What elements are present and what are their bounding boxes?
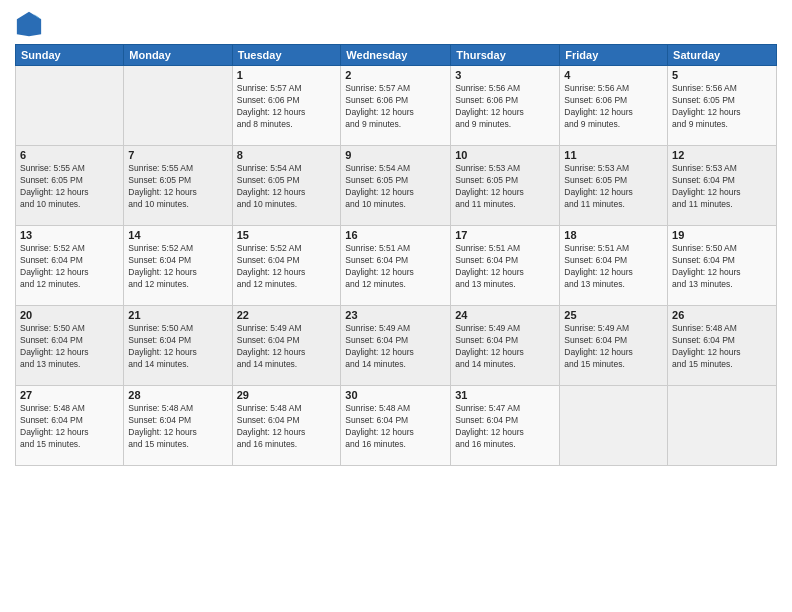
calendar-header: SundayMondayTuesdayWednesdayThursdayFrid…: [16, 45, 777, 66]
calendar-day-cell: 8Sunrise: 5:54 AM Sunset: 6:05 PM Daylig…: [232, 146, 341, 226]
calendar-day-cell: 11Sunrise: 5:53 AM Sunset: 6:05 PM Dayli…: [560, 146, 668, 226]
calendar-day-cell: 29Sunrise: 5:48 AM Sunset: 6:04 PM Dayli…: [232, 386, 341, 466]
calendar-day-cell: 14Sunrise: 5:52 AM Sunset: 6:04 PM Dayli…: [124, 226, 232, 306]
calendar-day-cell: 12Sunrise: 5:53 AM Sunset: 6:04 PM Dayli…: [668, 146, 777, 226]
day-number: 29: [237, 389, 337, 401]
calendar-day-cell: 3Sunrise: 5:56 AM Sunset: 6:06 PM Daylig…: [451, 66, 560, 146]
day-info: Sunrise: 5:51 AM Sunset: 6:04 PM Dayligh…: [345, 243, 446, 291]
weekday-header: Wednesday: [341, 45, 451, 66]
day-info: Sunrise: 5:57 AM Sunset: 6:06 PM Dayligh…: [345, 83, 446, 131]
day-number: 5: [672, 69, 772, 81]
calendar-day-cell: [16, 66, 124, 146]
day-info: Sunrise: 5:50 AM Sunset: 6:04 PM Dayligh…: [128, 323, 227, 371]
day-info: Sunrise: 5:54 AM Sunset: 6:05 PM Dayligh…: [345, 163, 446, 211]
day-number: 7: [128, 149, 227, 161]
day-info: Sunrise: 5:49 AM Sunset: 6:04 PM Dayligh…: [345, 323, 446, 371]
calendar-day-cell: 28Sunrise: 5:48 AM Sunset: 6:04 PM Dayli…: [124, 386, 232, 466]
calendar-day-cell: 5Sunrise: 5:56 AM Sunset: 6:05 PM Daylig…: [668, 66, 777, 146]
calendar-week-row: 20Sunrise: 5:50 AM Sunset: 6:04 PM Dayli…: [16, 306, 777, 386]
day-info: Sunrise: 5:47 AM Sunset: 6:04 PM Dayligh…: [455, 403, 555, 451]
weekday-header: Sunday: [16, 45, 124, 66]
calendar-body: 1Sunrise: 5:57 AM Sunset: 6:06 PM Daylig…: [16, 66, 777, 466]
weekday-header: Monday: [124, 45, 232, 66]
day-number: 14: [128, 229, 227, 241]
day-info: Sunrise: 5:50 AM Sunset: 6:04 PM Dayligh…: [20, 323, 119, 371]
calendar-day-cell: 9Sunrise: 5:54 AM Sunset: 6:05 PM Daylig…: [341, 146, 451, 226]
calendar-day-cell: 19Sunrise: 5:50 AM Sunset: 6:04 PM Dayli…: [668, 226, 777, 306]
calendar-day-cell: 26Sunrise: 5:48 AM Sunset: 6:04 PM Dayli…: [668, 306, 777, 386]
header-row: SundayMondayTuesdayWednesdayThursdayFrid…: [16, 45, 777, 66]
calendar-day-cell: 13Sunrise: 5:52 AM Sunset: 6:04 PM Dayli…: [16, 226, 124, 306]
day-info: Sunrise: 5:51 AM Sunset: 6:04 PM Dayligh…: [564, 243, 663, 291]
calendar-week-row: 27Sunrise: 5:48 AM Sunset: 6:04 PM Dayli…: [16, 386, 777, 466]
day-info: Sunrise: 5:53 AM Sunset: 6:05 PM Dayligh…: [564, 163, 663, 211]
day-number: 31: [455, 389, 555, 401]
day-info: Sunrise: 5:56 AM Sunset: 6:06 PM Dayligh…: [455, 83, 555, 131]
day-info: Sunrise: 5:50 AM Sunset: 6:04 PM Dayligh…: [672, 243, 772, 291]
day-info: Sunrise: 5:49 AM Sunset: 6:04 PM Dayligh…: [455, 323, 555, 371]
day-number: 4: [564, 69, 663, 81]
day-info: Sunrise: 5:48 AM Sunset: 6:04 PM Dayligh…: [128, 403, 227, 451]
calendar-week-row: 6Sunrise: 5:55 AM Sunset: 6:05 PM Daylig…: [16, 146, 777, 226]
calendar-day-cell: 15Sunrise: 5:52 AM Sunset: 6:04 PM Dayli…: [232, 226, 341, 306]
day-info: Sunrise: 5:51 AM Sunset: 6:04 PM Dayligh…: [455, 243, 555, 291]
day-number: 11: [564, 149, 663, 161]
day-info: Sunrise: 5:57 AM Sunset: 6:06 PM Dayligh…: [237, 83, 337, 131]
header: [15, 10, 777, 38]
day-number: 20: [20, 309, 119, 321]
day-info: Sunrise: 5:48 AM Sunset: 6:04 PM Dayligh…: [20, 403, 119, 451]
day-number: 1: [237, 69, 337, 81]
day-number: 12: [672, 149, 772, 161]
calendar-day-cell: 20Sunrise: 5:50 AM Sunset: 6:04 PM Dayli…: [16, 306, 124, 386]
day-number: 21: [128, 309, 227, 321]
calendar-week-row: 13Sunrise: 5:52 AM Sunset: 6:04 PM Dayli…: [16, 226, 777, 306]
day-number: 24: [455, 309, 555, 321]
calendar-day-cell: 22Sunrise: 5:49 AM Sunset: 6:04 PM Dayli…: [232, 306, 341, 386]
day-info: Sunrise: 5:49 AM Sunset: 6:04 PM Dayligh…: [237, 323, 337, 371]
day-info: Sunrise: 5:54 AM Sunset: 6:05 PM Dayligh…: [237, 163, 337, 211]
day-number: 15: [237, 229, 337, 241]
day-info: Sunrise: 5:55 AM Sunset: 6:05 PM Dayligh…: [20, 163, 119, 211]
calendar-day-cell: 31Sunrise: 5:47 AM Sunset: 6:04 PM Dayli…: [451, 386, 560, 466]
calendar-day-cell: 16Sunrise: 5:51 AM Sunset: 6:04 PM Dayli…: [341, 226, 451, 306]
day-info: Sunrise: 5:52 AM Sunset: 6:04 PM Dayligh…: [128, 243, 227, 291]
day-number: 6: [20, 149, 119, 161]
day-number: 30: [345, 389, 446, 401]
calendar-day-cell: 7Sunrise: 5:55 AM Sunset: 6:05 PM Daylig…: [124, 146, 232, 226]
calendar-day-cell: 2Sunrise: 5:57 AM Sunset: 6:06 PM Daylig…: [341, 66, 451, 146]
calendar-day-cell: 25Sunrise: 5:49 AM Sunset: 6:04 PM Dayli…: [560, 306, 668, 386]
day-number: 3: [455, 69, 555, 81]
day-info: Sunrise: 5:53 AM Sunset: 6:04 PM Dayligh…: [672, 163, 772, 211]
day-number: 16: [345, 229, 446, 241]
calendar-day-cell: 6Sunrise: 5:55 AM Sunset: 6:05 PM Daylig…: [16, 146, 124, 226]
day-number: 22: [237, 309, 337, 321]
calendar-day-cell: [668, 386, 777, 466]
day-info: Sunrise: 5:53 AM Sunset: 6:05 PM Dayligh…: [455, 163, 555, 211]
calendar-day-cell: 21Sunrise: 5:50 AM Sunset: 6:04 PM Dayli…: [124, 306, 232, 386]
weekday-header: Saturday: [668, 45, 777, 66]
weekday-header: Thursday: [451, 45, 560, 66]
day-info: Sunrise: 5:48 AM Sunset: 6:04 PM Dayligh…: [672, 323, 772, 371]
day-info: Sunrise: 5:48 AM Sunset: 6:04 PM Dayligh…: [345, 403, 446, 451]
calendar-day-cell: 17Sunrise: 5:51 AM Sunset: 6:04 PM Dayli…: [451, 226, 560, 306]
calendar-week-row: 1Sunrise: 5:57 AM Sunset: 6:06 PM Daylig…: [16, 66, 777, 146]
day-info: Sunrise: 5:55 AM Sunset: 6:05 PM Dayligh…: [128, 163, 227, 211]
weekday-header: Friday: [560, 45, 668, 66]
day-number: 26: [672, 309, 772, 321]
page: SundayMondayTuesdayWednesdayThursdayFrid…: [0, 0, 792, 612]
calendar-day-cell: 27Sunrise: 5:48 AM Sunset: 6:04 PM Dayli…: [16, 386, 124, 466]
day-info: Sunrise: 5:52 AM Sunset: 6:04 PM Dayligh…: [237, 243, 337, 291]
calendar-day-cell: 30Sunrise: 5:48 AM Sunset: 6:04 PM Dayli…: [341, 386, 451, 466]
day-number: 10: [455, 149, 555, 161]
day-number: 28: [128, 389, 227, 401]
day-number: 23: [345, 309, 446, 321]
calendar-day-cell: 4Sunrise: 5:56 AM Sunset: 6:06 PM Daylig…: [560, 66, 668, 146]
calendar-day-cell: 1Sunrise: 5:57 AM Sunset: 6:06 PM Daylig…: [232, 66, 341, 146]
calendar-day-cell: 18Sunrise: 5:51 AM Sunset: 6:04 PM Dayli…: [560, 226, 668, 306]
calendar: SundayMondayTuesdayWednesdayThursdayFrid…: [15, 44, 777, 466]
day-info: Sunrise: 5:49 AM Sunset: 6:04 PM Dayligh…: [564, 323, 663, 371]
calendar-day-cell: [560, 386, 668, 466]
day-number: 25: [564, 309, 663, 321]
calendar-day-cell: 10Sunrise: 5:53 AM Sunset: 6:05 PM Dayli…: [451, 146, 560, 226]
calendar-day-cell: 23Sunrise: 5:49 AM Sunset: 6:04 PM Dayli…: [341, 306, 451, 386]
